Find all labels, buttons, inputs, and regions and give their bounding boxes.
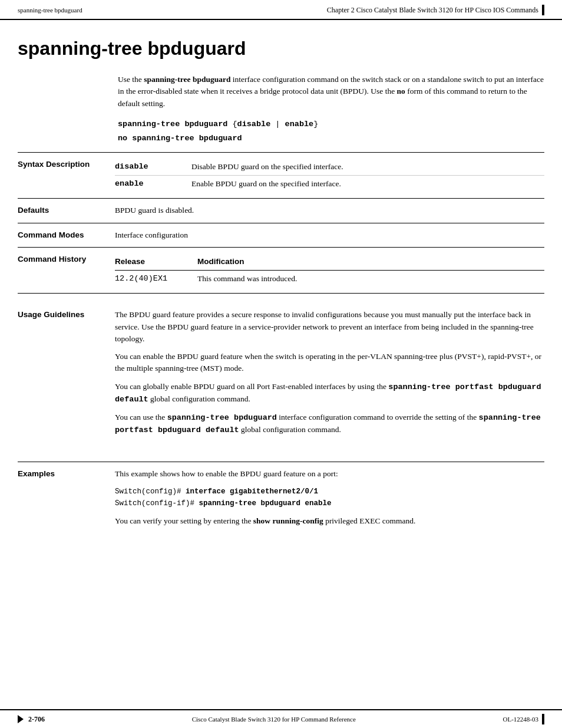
examples-text2: You can verify your setting by entering …	[115, 515, 544, 527]
spacer2	[18, 443, 544, 452]
command-history-section: Command History Release Modification 12.…	[18, 248, 544, 294]
usage-text-span: You can use the	[115, 413, 167, 421]
page-footer: 2-706 Cisco Catalyst Blade Switch 3120 f…	[0, 709, 562, 728]
intro-text1: Use the	[118, 75, 144, 84]
usage-guidelines-section: Usage Guidelines The BPDU guard feature …	[18, 303, 544, 442]
intro-paragraph: Use the spanning-tree bpduguard interfac…	[118, 74, 544, 110]
header-left: spanning-tree bpduguard	[18, 6, 82, 14]
history-row: 12.2(40)EX1 This command was introduced.	[115, 271, 544, 288]
syntax-brace2: }	[313, 120, 318, 129]
footer-center: Cisco Catalyst Blade Switch 3120 for HP …	[192, 716, 356, 723]
header-right-text: Chapter 2 Cisco Catalyst Blade Switch 31…	[327, 6, 538, 15]
usage-text-span: You can globally enable BPDU guard on al…	[115, 382, 388, 391]
usage-para: You can enable the BPDU guard feature wh…	[115, 351, 544, 375]
defaults-content: BPDU guard is disabled.	[115, 205, 544, 216]
code-line1-bold: interface gigabitethernet2/0/1	[186, 487, 318, 496]
code-line2-bold: spanning-tree bpduguard enable	[199, 499, 332, 508]
header-right: Chapter 2 Cisco Catalyst Blade Switch 31…	[327, 5, 544, 15]
footer-right-text: OL-12248-03	[503, 716, 539, 723]
usage-text-span: interface configuration command to overr…	[277, 413, 479, 421]
usage-para: You can use the spanning-tree bpduguard …	[115, 411, 544, 437]
usage-guidelines-label: Usage Guidelines	[18, 309, 115, 319]
command-history-label: Command History	[18, 253, 115, 263]
intro-bold2: no	[397, 87, 405, 95]
syntax-description-label: Syntax Description	[18, 159, 115, 169]
intro-bold1: spanning-tree bpduguard	[144, 75, 230, 84]
command-modes-label: Command Modes	[18, 229, 115, 239]
syntax-description-content: disable Disable BPDU guard on the specif…	[115, 159, 544, 193]
defaults-section: Defaults BPDU guard is disabled.	[18, 199, 544, 223]
history-col2: Modification	[197, 253, 544, 271]
syntax-cmd1: spanning-tree bpduguard	[118, 120, 232, 129]
examples-text1: This example shows how to enable the BPD…	[115, 468, 544, 480]
usage-guidelines-content: The BPDU guard feature provides a secure…	[115, 309, 544, 436]
command-modes-content: Interface configuration	[115, 229, 544, 241]
syntax-brace1: {	[232, 120, 237, 129]
usage-text-span: global configuration command.	[148, 394, 250, 403]
usage-text-span: global configuration command.	[239, 425, 341, 434]
code-line2-pre: Switch(config-if)#	[115, 499, 199, 508]
footer-bar-icon	[542, 714, 544, 724]
header-bar-icon	[542, 5, 544, 15]
syntax-disable: disable	[237, 120, 271, 129]
main-content: spanning-tree bpduguard Use the spanning…	[0, 20, 562, 568]
syntax-keyword: disable	[115, 159, 191, 176]
command-modes-section: Command Modes Interface configuration	[18, 223, 544, 248]
footer-page-num: 2-706	[28, 715, 45, 724]
history-modification: This command was introduced.	[197, 271, 544, 288]
usage-para: You can globally enable BPDU guard on al…	[115, 381, 544, 406]
syntax-no-cmd: no spanning-tree bpduguard	[118, 134, 242, 143]
history-release: 12.2(40)EX1	[115, 271, 197, 288]
footer-triangle-icon	[18, 715, 24, 723]
code-line1-pre: Switch(config)#	[115, 487, 186, 496]
examples-text2-bold: show running-config	[253, 516, 323, 525]
syntax-table: disable Disable BPDU guard on the specif…	[115, 159, 544, 193]
syntax-command1: spanning-tree bpduguard {disable | enabl…	[118, 119, 544, 129]
examples-text2-pre: You can verify your setting by entering …	[115, 516, 253, 525]
usage-bold-span: spanning-tree bpduguard	[167, 413, 277, 422]
usage-para: The BPDU guard feature provides a secure…	[115, 309, 544, 345]
syntax-command2: no spanning-tree bpduguard	[118, 133, 544, 143]
history-col1: Release	[115, 253, 197, 271]
syntax-row: disable Disable BPDU guard on the specif…	[115, 159, 544, 176]
command-history-content: Release Modification 12.2(40)EX1 This co…	[115, 253, 544, 288]
spacer1	[18, 294, 544, 303]
examples-code-block: Switch(config)# interface gigabitetherne…	[115, 486, 544, 509]
page-title: spanning-tree bpduguard	[18, 38, 544, 60]
defaults-label: Defaults	[18, 205, 115, 215]
footer-left: 2-706	[18, 715, 45, 724]
examples-text2-post: privileged EXEC command.	[323, 516, 416, 525]
page-wrapper: spanning-tree bpduguard Chapter 2 Cisco …	[0, 0, 562, 728]
history-table: Release Modification 12.2(40)EX1 This co…	[115, 253, 544, 288]
examples-content: This example shows how to enable the BPD…	[115, 468, 544, 528]
syntax-sep: |	[270, 120, 285, 129]
syntax-enable: enable	[285, 120, 314, 129]
syntax-description-cell: Disable BPDU guard on the specified inte…	[191, 159, 544, 176]
examples-section: Examples This example shows how to enabl…	[18, 462, 544, 533]
syntax-description-cell: Enable BPDU guard on the specified inter…	[191, 176, 544, 193]
syntax-keyword: enable	[115, 176, 191, 193]
page-header: spanning-tree bpduguard Chapter 2 Cisco …	[0, 0, 562, 20]
syntax-description-section: Syntax Description disable Disable BPDU …	[18, 153, 544, 199]
footer-right: OL-12248-03	[503, 714, 545, 724]
examples-label: Examples	[18, 468, 115, 478]
syntax-row: enable Enable BPDU guard on the specifie…	[115, 176, 544, 193]
